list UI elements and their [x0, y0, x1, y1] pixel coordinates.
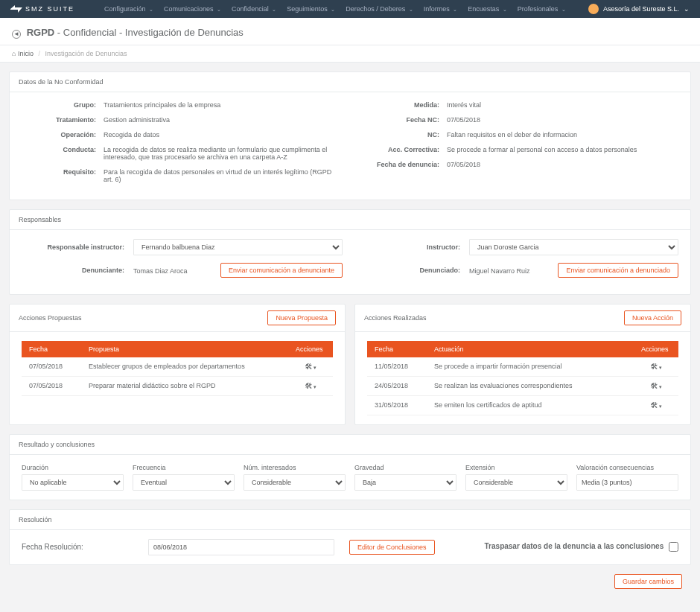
chevron-down-icon[interactable]: ▾: [659, 384, 662, 389]
table-row: 07/05/2018Preparar material didáctico so…: [22, 376, 333, 395]
nav-comunicaciones[interactable]: Comunicaciones ⌄: [164, 5, 221, 13]
home-icon[interactable]: ⌂: [12, 50, 16, 57]
breadcrumb: ⌂ Inicio / Investigación de Denuncias: [0, 45, 700, 63]
select-gravedad[interactable]: Baja: [354, 474, 456, 491]
panel-nonconformity: Datos de la No Conformidad Grupo:Tratami…: [9, 71, 691, 200]
select-resp-instructor[interactable]: Fernando balbuena Diaz: [133, 239, 343, 255]
table-row: 07/05/2018Establecer grupos de empleados…: [22, 357, 333, 377]
panel-responsables: Responsables Responsable instructor: Fer…: [9, 209, 691, 295]
label-fecha-resolucion: Fecha Resolución:: [22, 543, 133, 551]
table-row: 11/05/2018Se procede a impartir formació…: [367, 357, 678, 377]
select-instructor[interactable]: Juan Doroste Garcia: [469, 239, 678, 255]
nav-encuestas[interactable]: Encuestas ⌄: [468, 5, 507, 13]
val-denunciado: Miguel Navarro Ruiz: [469, 265, 530, 275]
chevron-down-icon[interactable]: ▾: [659, 404, 662, 409]
nav-seguimientos[interactable]: Seguimientos ⌄: [287, 5, 335, 13]
btn-nueva-propuesta[interactable]: Nueva Propuesta: [267, 310, 336, 325]
back-button[interactable]: ◄: [12, 30, 21, 39]
avatar: [588, 4, 599, 14]
crumb-home[interactable]: Inicio: [18, 50, 34, 57]
brand-logo[interactable]: SMZ SUITE: [10, 5, 74, 13]
table-propuestas: Fecha Propuesta Acciones 07/05/2018Estab…: [22, 341, 333, 396]
btn-enviar-denunciado[interactable]: Enviar comunicación a denunciado: [558, 263, 678, 278]
edit-icon[interactable]: 🛠: [650, 382, 658, 390]
input-valoracion[interactable]: [576, 474, 678, 491]
page-footer: © 2018. Nº Provisional de Registro de la…: [0, 610, 700, 613]
edit-icon[interactable]: 🛠: [650, 363, 658, 371]
nav-derechos-deberes[interactable]: Derechos / Deberes ⌄: [346, 5, 413, 13]
table-row: 24/05/2018Se realizan las evaluaciones c…: [367, 376, 678, 395]
chevron-down-icon: ⌄: [684, 5, 690, 13]
crumb-current: Investigación de Denuncias: [45, 50, 127, 57]
val-denunciante: Tomas Diaz Aroca: [133, 265, 188, 275]
nav-configuraci-n[interactable]: Configuración ⌄: [104, 5, 153, 13]
select-extensi-n[interactable]: Considerable: [465, 474, 567, 491]
label-denunciante: Denunciante:: [22, 267, 133, 274]
chevron-down-icon[interactable]: ▾: [314, 384, 316, 389]
page-title: ◄ RGPD - Confidencial - Investigación de…: [12, 27, 688, 39]
panel-realizadas: Acciones Realizadas Nueva Acción Fecha A…: [354, 304, 691, 425]
label-traspasar: Traspasar datos de la denuncia a las con…: [485, 542, 664, 550]
chevron-down-icon[interactable]: ▾: [659, 365, 662, 370]
label-denunciado: Denunciado:: [357, 267, 469, 274]
table-row: 31/05/2018Se emiten los certificados de …: [367, 395, 678, 415]
panel-title: Datos de la No Conformidad: [10, 72, 690, 92]
btn-nueva-accion[interactable]: Nueva Acción: [624, 310, 681, 325]
btn-guardar-cambios[interactable]: Guardar cambios: [614, 574, 682, 589]
input-fecha-resolucion[interactable]: [148, 539, 334, 555]
edit-icon[interactable]: 🛠: [305, 382, 312, 390]
edit-icon[interactable]: 🛠: [650, 401, 658, 409]
table-realizadas: Fecha Actuación Acciones 11/05/2018Se pr…: [367, 341, 678, 415]
nav-items: Configuración ⌄Comunicaciones ⌄Confidenc…: [104, 5, 588, 13]
panel-resultado: Resultado y conclusiones DuraciónNo apli…: [9, 434, 691, 500]
edit-icon[interactable]: 🛠: [305, 363, 312, 371]
top-navbar: SMZ SUITE Configuración ⌄Comunicaciones …: [0, 0, 700, 18]
btn-editor-conclusiones[interactable]: Editor de Conclusiones: [349, 540, 435, 555]
tenant-menu[interactable]: Asesoría del Sureste S.L. ⌄: [588, 4, 690, 14]
select-frecuencia[interactable]: Eventual: [133, 474, 235, 491]
select-duraci-n[interactable]: No aplicable: [22, 474, 124, 491]
btn-enviar-denunciante[interactable]: Enviar comunicación a denunciante: [220, 263, 343, 278]
panel-resolucion: Resolución Fecha Resolución: Editor de C…: [9, 509, 691, 565]
nav-profesionales[interactable]: Profesionales ⌄: [518, 5, 566, 13]
label-resp-instructor: Responsable instructor:: [22, 243, 133, 251]
chevron-down-icon[interactable]: ▾: [314, 365, 316, 370]
panel-propuestas: Acciones Propuestas Nueva Propuesta Fech…: [9, 304, 346, 425]
page-header: ◄ RGPD - Confidencial - Investigación de…: [0, 18, 700, 45]
checkbox-traspasar[interactable]: [669, 542, 678, 552]
nav-confidencial[interactable]: Confidencial ⌄: [232, 5, 276, 13]
select-n-m-interesados[interactable]: Considerable: [244, 474, 346, 491]
nav-informes[interactable]: Informes ⌄: [424, 5, 458, 13]
label-instructor: Instructor:: [357, 243, 469, 251]
